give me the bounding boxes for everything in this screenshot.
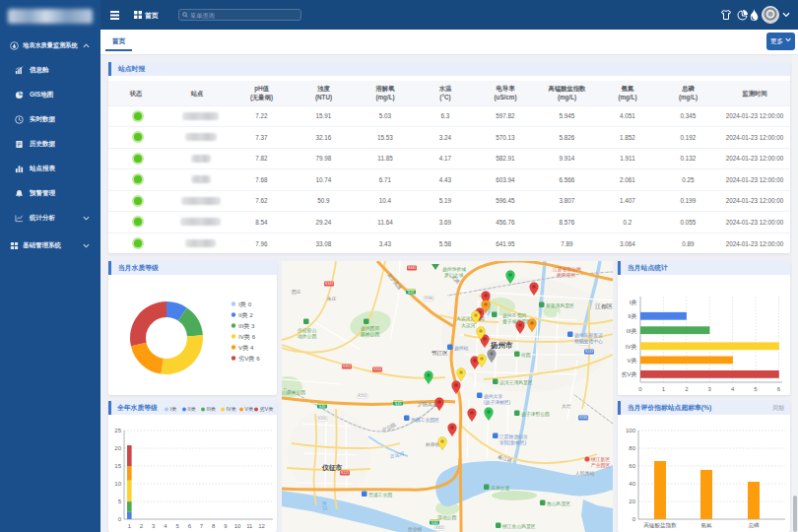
svg-text:4: 4 — [731, 386, 735, 392]
svg-text:60: 60 — [629, 463, 635, 469]
svg-text:4: 4 — [164, 523, 167, 529]
svg-text:S49: S49 — [319, 405, 325, 409]
svg-text:镇江金山风景区: 镇江金山风景区 — [501, 524, 536, 529]
svg-text:朱庄: 朱庄 — [327, 296, 337, 301]
svg-text:V类: V类 — [627, 358, 636, 364]
svg-text:枢纽交通中心: 枢纽交通中心 — [574, 338, 603, 344]
svg-text:25: 25 — [114, 428, 121, 433]
svg-text:I类: I类 — [170, 406, 177, 412]
svg-text:运河三湾风景区: 运河三湾风景区 — [499, 379, 533, 385]
svg-text:V类: V类 — [245, 406, 254, 412]
svg-text:邗江区: 邗江区 — [432, 350, 448, 357]
svg-text:朴席镇: 朴席镇 — [425, 441, 440, 447]
svg-text:S125: S125 — [341, 471, 349, 475]
svg-text:X205: X205 — [318, 417, 326, 421]
svg-text:III类: III类 — [207, 406, 217, 412]
svg-text:扬州东部客运: 扬州东部客运 — [574, 332, 603, 339]
svg-text:西庄: 西庄 — [292, 289, 301, 295]
svg-text:S343: S343 — [325, 282, 333, 286]
svg-text:G40: G40 — [432, 521, 438, 525]
svg-text:宁启线: 宁启线 — [381, 422, 398, 434]
svg-text:总磷: 总磷 — [747, 522, 760, 528]
svg-text:高锰酸盐指数: 高锰酸盐指数 — [643, 522, 677, 529]
svg-text:0: 0 — [638, 386, 642, 392]
svg-text:9: 9 — [224, 523, 228, 529]
svg-text:5: 5 — [118, 499, 122, 504]
svg-text:0: 0 — [118, 516, 122, 522]
svg-text:江都区: 江都区 — [595, 302, 613, 310]
svg-text:I类 0: I类 0 — [238, 300, 252, 307]
svg-text:II类: II类 — [628, 313, 636, 319]
svg-text:5: 5 — [754, 386, 758, 392]
svg-text:20: 20 — [629, 499, 635, 504]
svg-text:10: 10 — [234, 523, 241, 529]
svg-text:华腾工业园区: 华腾工业园区 — [411, 417, 439, 423]
svg-text:K252: K252 — [359, 394, 366, 398]
svg-text:III类 3: III类 3 — [238, 322, 255, 329]
svg-text:镇江新区: 镇江新区 — [590, 456, 610, 462]
svg-text:S353: S353 — [343, 365, 351, 368]
svg-text:12: 12 — [258, 523, 265, 529]
svg-text:扬州西郊: 扬州西郊 — [361, 325, 379, 332]
svg-text:X336: X336 — [425, 297, 432, 300]
svg-text:S49: S49 — [395, 402, 401, 406]
svg-text:劣V类: 劣V类 — [621, 371, 636, 378]
svg-text:世业镇: 世业镇 — [407, 527, 423, 532]
svg-text:沪陕高速: 沪陕高速 — [418, 401, 437, 408]
svg-text:扬州市蜀冈: 扬州市蜀冈 — [502, 312, 526, 319]
svg-text:大运河: 大运河 — [461, 323, 476, 328]
svg-text:闸管理所: 闸管理所 — [557, 272, 575, 279]
svg-text:古运河: 古运河 — [389, 450, 405, 460]
svg-text:IV类: IV类 — [626, 344, 637, 350]
svg-text:IV类 6: IV类 6 — [238, 333, 256, 340]
svg-text:V类 4: V类 4 — [238, 344, 254, 351]
svg-text:劣V类: 劣V类 — [260, 406, 274, 413]
svg-text:劣V类 6: 劣V类 6 — [238, 355, 260, 363]
svg-text:6: 6 — [188, 523, 192, 529]
svg-text:S243: S243 — [585, 350, 593, 354]
svg-text:I类: I类 — [630, 299, 637, 305]
svg-text:8: 8 — [212, 523, 216, 529]
svg-text:0: 0 — [632, 516, 636, 522]
svg-text:20: 20 — [114, 445, 121, 451]
svg-text:产业园区: 产业园区 — [591, 462, 610, 468]
svg-text:森林公园: 森林公园 — [361, 332, 379, 337]
svg-text:1: 1 — [662, 386, 666, 392]
svg-text:S49: S49 — [408, 291, 414, 295]
svg-text:焦山风景区: 焦山风景区 — [547, 501, 570, 506]
svg-text:X301: X301 — [435, 526, 443, 530]
svg-text:瓜洲古渡: 瓜洲古渡 — [491, 485, 509, 492]
svg-text:II类 2: II类 2 — [238, 311, 253, 318]
svg-text:京沪高速: 京沪高速 — [385, 272, 403, 292]
svg-text:大圩: 大圩 — [562, 404, 571, 409]
svg-text:胥浦工业园: 胥浦工业园 — [368, 492, 392, 499]
svg-text:茱萸湾风景区: 茱萸湾风景区 — [546, 302, 574, 309]
svg-text:3: 3 — [708, 386, 712, 392]
svg-text:山森林公园: 山森林公园 — [282, 390, 305, 395]
svg-text:10: 10 — [114, 481, 121, 487]
svg-text:学院(新校区): 学院(新校区) — [499, 439, 527, 446]
svg-text:6: 6 — [777, 386, 781, 392]
svg-text:湿地公园: 湿地公园 — [436, 514, 456, 520]
svg-text:11: 11 — [246, 523, 253, 529]
svg-text:梦幻之域: 梦幻之域 — [444, 272, 463, 279]
svg-text:2: 2 — [685, 386, 689, 392]
svg-text:氨氮: 氨氮 — [700, 522, 712, 528]
svg-text:3: 3 — [152, 523, 156, 529]
svg-text:100: 100 — [626, 428, 636, 433]
svg-text:IV类: IV类 — [227, 406, 236, 412]
svg-text:II类: II类 — [188, 406, 196, 412]
svg-text:扬州市: 扬州市 — [490, 341, 513, 350]
svg-text:S336: S336 — [579, 416, 587, 420]
svg-text:2: 2 — [140, 523, 144, 529]
svg-text:地质公园: 地质公园 — [297, 333, 316, 339]
svg-text:III类: III类 — [626, 328, 636, 334]
svg-text:5: 5 — [175, 523, 179, 529]
svg-text:7: 7 — [200, 523, 204, 529]
svg-text:1: 1 — [128, 523, 132, 529]
svg-text:仪征捺山: 仪征捺山 — [297, 327, 316, 334]
svg-text:S345: S345 — [408, 266, 416, 270]
svg-text:40: 40 — [629, 481, 635, 487]
svg-text:S334: S334 — [373, 367, 381, 371]
svg-text:(扬子津校区): (扬子津校区) — [484, 400, 511, 406]
